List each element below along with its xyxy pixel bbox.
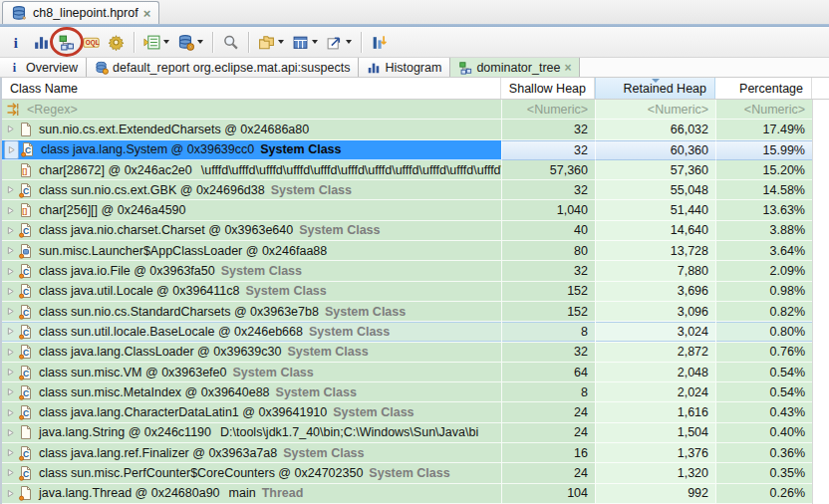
- expander-icon[interactable]: [4, 363, 18, 381]
- class-name-cell: Cclass sun.util.locale.BaseLocale @ 0x24…: [2, 322, 501, 342]
- dominator-tree-icon: [458, 61, 472, 75]
- info-button[interactable]: i: [4, 30, 28, 54]
- cell-value: 152: [567, 305, 588, 319]
- column-header-shallow-heap[interactable]: Shallow Heap: [501, 78, 595, 99]
- compare-button[interactable]: [367, 30, 391, 54]
- table-row[interactable]: Cclass sun.nio.cs.StandardCharsets @ 0x3…: [2, 302, 829, 322]
- expander-icon[interactable]: [4, 302, 18, 321]
- dropdown-arrow-icon[interactable]: [197, 40, 203, 44]
- expand-tree-button[interactable]: [139, 30, 172, 54]
- expander-icon[interactable]: [4, 382, 18, 401]
- table-row[interactable]: Cclass java.lang.CharacterDataLatin1 @ 0…: [2, 402, 829, 422]
- dropdown-arrow-icon[interactable]: [163, 40, 169, 44]
- expander-icon[interactable]: [4, 120, 18, 138]
- info-icon: i: [8, 61, 22, 75]
- filter-regex-input[interactable]: <Regex>: [27, 103, 78, 117]
- expander-icon[interactable]: [4, 343, 18, 362]
- table-row[interactable]: Cclass sun.misc.PerfCounter$CoreCounters…: [2, 463, 829, 483]
- export-button[interactable]: [322, 30, 355, 54]
- expander-spacer: [4, 160, 18, 179]
- close-icon[interactable]: ×: [143, 7, 151, 20]
- row-class-name: sun.nio.cs.ext.ExtendedCharsets @ 0x2468…: [39, 123, 309, 136]
- row-value: D:\tools\jdk1.7_40\bin;C:\Windows\Sun\Ja…: [220, 425, 478, 439]
- table-row[interactable]: Cclass sun.misc.VM @ 0x3963efe0System Cl…: [2, 363, 829, 382]
- table-row[interactable]: Cclass java.lang.ref.Finalizer @ 0x3963a…: [2, 443, 829, 463]
- settings-icon: [108, 34, 125, 51]
- dropdown-arrow-icon[interactable]: [312, 40, 318, 44]
- expander-icon[interactable]: [4, 402, 18, 421]
- table-row[interactable]: java.lang.Thread @ 0x24680a90mainThread1…: [2, 484, 829, 504]
- dropdown-arrow-icon[interactable]: [278, 40, 284, 44]
- settings-button[interactable]: [104, 30, 128, 54]
- column-header-retained-heap[interactable]: Retained Heap: [595, 78, 715, 99]
- table-row[interactable]: Cclass sun.misc.MetaIndex @ 0x39640e88Sy…: [2, 382, 829, 402]
- cell-retained-heap: 2,024: [595, 382, 715, 402]
- filter-class-name-cell[interactable]: <Regex>: [2, 100, 501, 120]
- table-row[interactable]: []char[28672] @ 0x246ac2e0\ufffd\ufffd\u…: [2, 160, 829, 180]
- cell-shallow-heap: 32: [501, 261, 595, 281]
- cell-value: 2,024: [678, 385, 708, 399]
- column-header-class-name[interactable]: Class Name: [2, 78, 501, 99]
- editor-tab-heap-dump[interactable]: ch8_linepoint.hprof ×: [2, 1, 159, 24]
- row-class-name: class sun.util.locale.BaseLocale @ 0x246…: [39, 325, 303, 339]
- row-suffix: System Class: [369, 466, 449, 480]
- tab-histogram[interactable]: Histogram: [359, 58, 450, 77]
- svg-text:C: C: [23, 226, 29, 236]
- table-row[interactable]: Cclass java.nio.charset.Charset @ 0x3963…: [2, 221, 829, 241]
- cell-value: 2,872: [678, 345, 708, 359]
- table-row[interactable]: []char[256][] @ 0x246a45901,04051,44013.…: [2, 200, 829, 220]
- cell-retained-heap: 992: [595, 484, 715, 504]
- row-class-name: class java.lang.ref.Finalizer @ 0x3963a7…: [39, 446, 277, 460]
- heap-objects-icon: [177, 34, 194, 51]
- expander-icon[interactable]: [4, 140, 19, 159]
- cell-value: 2,048: [678, 366, 708, 379]
- expander-icon[interactable]: [4, 463, 18, 482]
- expander-icon[interactable]: [4, 200, 18, 219]
- class-name-cell: Cclass java.lang.System @ 0x39639cc0Syst…: [2, 140, 501, 160]
- cell-retained-heap: 1,504: [595, 423, 715, 443]
- table-row[interactable]: sun.nio.cs.ext.ExtendedCharsets @ 0x2468…: [2, 120, 829, 139]
- row-suffix: System Class: [287, 345, 368, 359]
- expander-icon[interactable]: [4, 443, 18, 462]
- cell-percentage: 15.99%: [715, 140, 812, 160]
- table-row[interactable]: Cclass java.lang.System @ 0x39639cc0Syst…: [2, 140, 829, 160]
- row-class-name: java.lang.Thread @ 0x24680a90: [39, 486, 220, 500]
- expander-icon[interactable]: [4, 180, 18, 199]
- calculator-button[interactable]: [288, 30, 321, 54]
- class-name-cell: java.lang.String @ 0x246c1190D:\tools\jd…: [2, 423, 501, 443]
- cell-retained-heap: 2,048: [595, 363, 715, 382]
- heap-dump-icon: [11, 5, 28, 22]
- table-row[interactable]: Cclass sun.nio.cs.ext.GBK @ 0x24696d38Sy…: [2, 180, 829, 200]
- heap-objects-button[interactable]: [173, 30, 206, 54]
- table-row[interactable]: Cclass java.util.Locale @ 0x396411c8Syst…: [2, 282, 829, 302]
- table-row[interactable]: Cclass java.io.File @ 0x3963fa50System C…: [2, 261, 829, 281]
- close-icon[interactable]: ×: [564, 62, 571, 74]
- cell-value: 32: [574, 143, 588, 157]
- expander-icon[interactable]: [4, 241, 18, 260]
- table-row[interactable]: sun.misc.Launcher$AppClassLoader @ 0x246…: [2, 241, 829, 261]
- class-name-cell: sun.misc.Launcher$AppClassLoader @ 0x246…: [2, 241, 501, 261]
- class-name-cell: java.lang.Thread @ 0x24680a90mainThread: [2, 484, 501, 504]
- expander-icon[interactable]: [4, 322, 18, 341]
- tab-default-report[interactable]: default_report org.eclipse.mat.api:suspe…: [87, 58, 359, 77]
- column-header-percentage[interactable]: Percentage: [715, 78, 812, 99]
- search-button[interactable]: [218, 30, 242, 54]
- tab-dominator-tree[interactable]: dominator_tree×: [450, 58, 580, 77]
- dropdown-arrow-icon[interactable]: [346, 40, 352, 44]
- row-class-name: class sun.misc.VM @ 0x3963efe0: [39, 366, 226, 379]
- row-suffix: System Class: [333, 405, 414, 419]
- expander-icon[interactable]: [4, 261, 18, 280]
- column-header-filler: [812, 78, 829, 99]
- svg-text:C: C: [23, 185, 29, 195]
- table-row[interactable]: Cclass sun.util.locale.BaseLocale @ 0x24…: [2, 322, 829, 342]
- tab-overview[interactable]: iOverview: [0, 58, 87, 77]
- expander-icon[interactable]: [4, 484, 18, 503]
- table-row[interactable]: java.lang.String @ 0x246c1190D:\tools\jd…: [2, 423, 829, 443]
- row-class-name: class java.nio.charset.Charset @ 0x3963e…: [39, 223, 293, 237]
- expander-icon[interactable]: [4, 282, 18, 301]
- table-row[interactable]: Cclass java.lang.ClassLoader @ 0x39639c3…: [2, 343, 829, 363]
- expander-icon[interactable]: [4, 221, 18, 240]
- svg-text:C: C: [23, 267, 29, 277]
- grouping-button[interactable]: [254, 30, 287, 54]
- expander-icon[interactable]: [4, 423, 18, 442]
